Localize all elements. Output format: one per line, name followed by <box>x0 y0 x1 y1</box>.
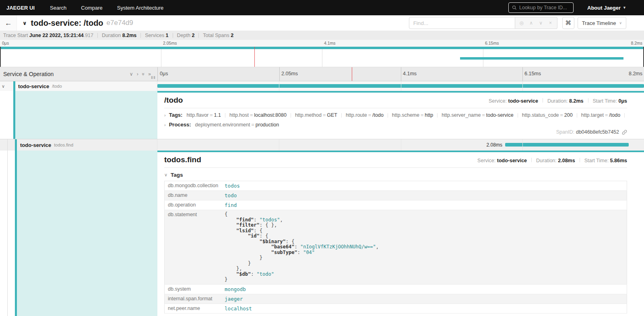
chevron-down-icon: ▼ <box>623 6 626 10</box>
tick-label: 4.1ms <box>403 71 417 76</box>
trace-id-lookup-input[interactable] <box>519 5 570 10</box>
separator <box>580 158 580 162</box>
detail-indent-fill <box>15 91 157 139</box>
nav-item-search[interactable]: Search <box>50 5 66 11</box>
tag-row-db.operation[interactable]: db.operationfind <box>165 200 627 210</box>
detail-indent-fill <box>17 151 157 316</box>
minimap-canvas[interactable] <box>0 47 644 67</box>
minimap-tick-labels: 0μs2.05ms4.1ms6.15ms8.2ms <box>0 40 644 47</box>
separator <box>140 33 141 38</box>
collapse-one-icon[interactable]: ∨ <box>130 71 133 77</box>
trace-summary-bar: Trace Start June 22 2022, 15:21:44.917Du… <box>0 31 644 40</box>
tag-item: http.target=/todo <box>581 112 620 118</box>
app-logo[interactable]: JAEGER UI <box>6 5 35 11</box>
column-resizer-handle[interactable]: ▮▮ <box>151 75 156 79</box>
tick-label: 6.15ms <box>524 71 541 76</box>
back-button[interactable]: ← <box>0 15 17 31</box>
tag-key: db.statement <box>165 210 222 285</box>
tag-key: net.peer.name <box>165 304 222 313</box>
trace-view-dropdown[interactable]: Trace Timeline ∨ <box>578 17 626 29</box>
gridline <box>279 139 279 151</box>
double-chevron-down-icon[interactable]: » <box>140 73 146 76</box>
span-row-todo[interactable]: ∨ todo-service /todo <box>0 81 644 91</box>
about-jaeger-menu[interactable]: About Jaeger ▼ <box>587 5 626 11</box>
tag-value: jaeger <box>221 294 627 304</box>
gridline <box>279 67 280 81</box>
span-duration-bar[interactable] <box>505 143 629 147</box>
gridline <box>522 81 523 91</box>
tick-label: 6.15ms <box>485 41 499 45</box>
separator <box>531 158 532 162</box>
meta-starttime: Start Time: 5.86ms <box>584 158 627 163</box>
separator <box>543 98 543 103</box>
find-prev-button[interactable]: ∧ <box>526 20 536 26</box>
tick-label: 0μs <box>2 41 9 45</box>
separator <box>291 113 291 118</box>
match-target-icon[interactable]: ◎ <box>517 20 526 26</box>
find-next-button[interactable]: ∨ <box>536 20 546 26</box>
tag-key: db.system <box>165 284 222 294</box>
gridline <box>322 47 322 67</box>
tag-item: http.method=GET <box>295 112 337 118</box>
tag-row-db.name[interactable]: db.nametodo <box>165 191 627 200</box>
meta-service: Service: todo-service <box>477 158 527 163</box>
chevron-down-icon[interactable]: ∨ <box>2 84 5 89</box>
find-clear-button[interactable]: × <box>546 20 555 26</box>
tag-row-db.statement[interactable]: db.statement{ "find": "todos", "filter":… <box>165 210 627 285</box>
tree-indent-guide <box>7 139 8 151</box>
meta-duration: Duration: 2.08ms <box>536 158 575 163</box>
trace-id-lookup[interactable] <box>508 2 574 13</box>
tag-row-internal.span.format[interactable]: internal.span.formatjaeger <box>165 294 627 304</box>
tags-accordion[interactable]: ∨ Tags <box>164 172 627 178</box>
trace-id: e7e74d9 <box>107 19 133 27</box>
summary-duration: Duration 8.2ms <box>102 33 136 38</box>
summary-total-spans: Total Spans 2 <box>203 33 233 38</box>
chevron-down-icon: ∨ <box>619 21 622 25</box>
separator <box>97 33 98 38</box>
tag-value: find <box>221 200 627 210</box>
span-row-todos-find[interactable]: todo-service todos.find 2.08ms <box>0 139 644 151</box>
tag-item: http.host=localhost:8080 <box>229 112 287 118</box>
span-duration-label: 2.08ms <box>487 142 505 148</box>
tick-label: 2.05ms <box>163 41 177 45</box>
separator <box>225 113 225 118</box>
span-bar-track[interactable] <box>157 81 644 91</box>
span-id-row: SpanID: db046b8efc5b7452 <box>556 129 627 135</box>
tag-item: http.status_code=200 <box>522 112 573 118</box>
tag-item: http.server_name=todo-service <box>442 112 514 118</box>
tag-item: http.flavor=1.1 <box>186 112 221 118</box>
span-detail-title: todos.find <box>164 155 201 164</box>
gridline <box>483 47 483 67</box>
tag-row-db.system[interactable]: db.systemmongodb <box>165 284 627 294</box>
nav-item-compare[interactable]: Compare <box>81 5 102 11</box>
tag-key: db.mongodb.collection <box>165 181 222 191</box>
left-range-handle[interactable] <box>0 47 1 67</box>
tag-row-db.mongodb.collection[interactable]: db.mongodb.collectiontodos <box>165 181 627 191</box>
span-bar-track[interactable]: 2.08ms <box>157 139 644 151</box>
tag-key: db.operation <box>165 200 222 210</box>
span-name-cell[interactable]: todo-service todos.find <box>0 139 157 151</box>
span-name-cell[interactable]: ∨ todo-service /todo <box>0 81 157 91</box>
tick-label: 8.2ms <box>629 71 642 76</box>
nav-item-system-architecture[interactable]: System Architecture <box>117 5 164 11</box>
collapse-trace-chevron[interactable]: ∨ <box>23 20 27 26</box>
process-accordion[interactable]: › Process: deployment.environment=produc… <box>164 122 627 128</box>
meta-duration: Duration: 8.2ms <box>547 98 584 104</box>
link-icon[interactable] <box>622 130 627 135</box>
span-detail-todos-find: todos.find Service: todo-serviceDuration… <box>0 151 644 316</box>
expand-one-icon[interactable]: › <box>137 71 138 77</box>
keyboard-shortcuts-button[interactable]: ⌘ <box>562 17 574 29</box>
find-input[interactable] <box>409 17 515 29</box>
tag-value: localhost <box>221 304 627 313</box>
divider <box>164 167 627 168</box>
minimap-span-bar <box>0 47 644 49</box>
tags-accordion[interactable]: › Tags: http.flavor=1.1http.host=localho… <box>164 112 627 118</box>
tag-key: db.name <box>165 191 222 200</box>
chevron-down-icon: ∨ <box>23 20 27 26</box>
gridline <box>522 139 523 151</box>
span-detail-meta: Service: todo-serviceDuration: 8.2msStar… <box>489 98 627 104</box>
separator <box>518 113 518 118</box>
tag-key: internal.span.format <box>165 294 222 304</box>
double-chevron-right-icon[interactable]: » <box>148 71 151 77</box>
tag-row-net.peer.name[interactable]: net.peer.namelocalhost <box>165 304 627 313</box>
